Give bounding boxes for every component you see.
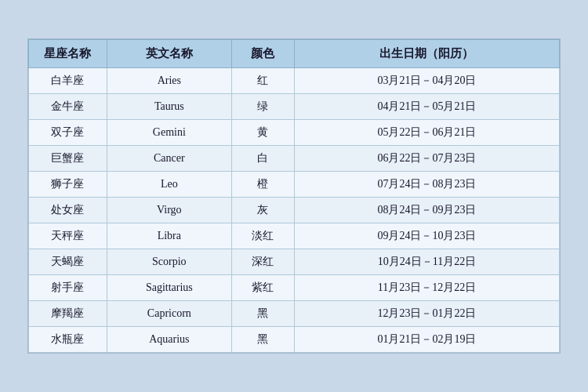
- cell-color: 橙: [232, 172, 295, 198]
- cell-color: 白: [232, 146, 295, 172]
- cell-english: Aries: [107, 68, 232, 94]
- cell-chinese: 巨蟹座: [29, 146, 107, 172]
- cell-chinese: 金牛座: [29, 94, 107, 120]
- cell-color: 黄: [232, 120, 295, 146]
- cell-color: 绿: [232, 94, 295, 120]
- cell-chinese: 天蝎座: [29, 249, 107, 275]
- cell-color: 紫红: [232, 275, 295, 301]
- cell-color: 淡红: [232, 223, 295, 249]
- cell-date: 07月24日－08月23日: [294, 172, 559, 198]
- table-row: 处女座Virgo灰08月24日－09月23日: [29, 198, 560, 223]
- header-english: 英文名称: [107, 40, 232, 68]
- cell-date: 05月22日－06月21日: [294, 120, 559, 146]
- cell-english: Cancer: [107, 146, 232, 172]
- cell-chinese: 水瓶座: [29, 327, 107, 353]
- cell-color: 灰: [232, 198, 295, 223]
- cell-date: 01月21日－02月19日: [294, 327, 559, 353]
- table-header-row: 星座名称 英文名称 颜色 出生日期（阳历）: [29, 40, 560, 68]
- cell-chinese: 白羊座: [29, 68, 107, 94]
- cell-date: 09月24日－10月23日: [294, 223, 559, 249]
- cell-chinese: 狮子座: [29, 172, 107, 198]
- cell-date: 06月22日－07月23日: [294, 146, 559, 172]
- cell-english: Virgo: [107, 198, 232, 223]
- cell-date: 11月23日－12月22日: [294, 275, 559, 301]
- cell-english: Scorpio: [107, 249, 232, 275]
- cell-color: 黑: [232, 327, 295, 353]
- cell-chinese: 射手座: [29, 275, 107, 301]
- cell-english: Leo: [107, 172, 232, 198]
- cell-english: Sagittarius: [107, 275, 232, 301]
- cell-chinese: 天秤座: [29, 223, 107, 249]
- zodiac-table: 星座名称 英文名称 颜色 出生日期（阳历） 白羊座Aries红03月21日－04…: [28, 39, 560, 353]
- cell-date: 08月24日－09月23日: [294, 198, 559, 223]
- cell-chinese: 双子座: [29, 120, 107, 146]
- cell-color: 深红: [232, 249, 295, 275]
- cell-english: Capricorn: [107, 301, 232, 327]
- table-row: 摩羯座Capricorn黑12月23日－01月22日: [29, 301, 560, 327]
- cell-chinese: 处女座: [29, 198, 107, 223]
- header-chinese: 星座名称: [29, 40, 107, 68]
- table-row: 射手座Sagittarius紫红11月23日－12月22日: [29, 275, 560, 301]
- table-row: 巨蟹座Cancer白06月22日－07月23日: [29, 146, 560, 172]
- cell-color: 黑: [232, 301, 295, 327]
- header-color: 颜色: [232, 40, 295, 68]
- table-row: 水瓶座Aquarius黑01月21日－02月19日: [29, 327, 560, 353]
- cell-date: 03月21日－04月20日: [294, 68, 559, 94]
- cell-english: Libra: [107, 223, 232, 249]
- header-date: 出生日期（阳历）: [294, 40, 559, 68]
- table-row: 天秤座Libra淡红09月24日－10月23日: [29, 223, 560, 249]
- cell-date: 10月24日－11月22日: [294, 249, 559, 275]
- zodiac-table-container: 星座名称 英文名称 颜色 出生日期（阳历） 白羊座Aries红03月21日－04…: [27, 38, 561, 354]
- cell-chinese: 摩羯座: [29, 301, 107, 327]
- cell-english: Taurus: [107, 94, 232, 120]
- cell-english: Gemini: [107, 120, 232, 146]
- table-row: 狮子座Leo橙07月24日－08月23日: [29, 172, 560, 198]
- table-row: 金牛座Taurus绿04月21日－05月21日: [29, 94, 560, 120]
- table-row: 天蝎座Scorpio深红10月24日－11月22日: [29, 249, 560, 275]
- table-row: 白羊座Aries红03月21日－04月20日: [29, 68, 560, 94]
- cell-date: 04月21日－05月21日: [294, 94, 559, 120]
- cell-date: 12月23日－01月22日: [294, 301, 559, 327]
- cell-english: Aquarius: [107, 327, 232, 353]
- table-row: 双子座Gemini黄05月22日－06月21日: [29, 120, 560, 146]
- cell-color: 红: [232, 68, 295, 94]
